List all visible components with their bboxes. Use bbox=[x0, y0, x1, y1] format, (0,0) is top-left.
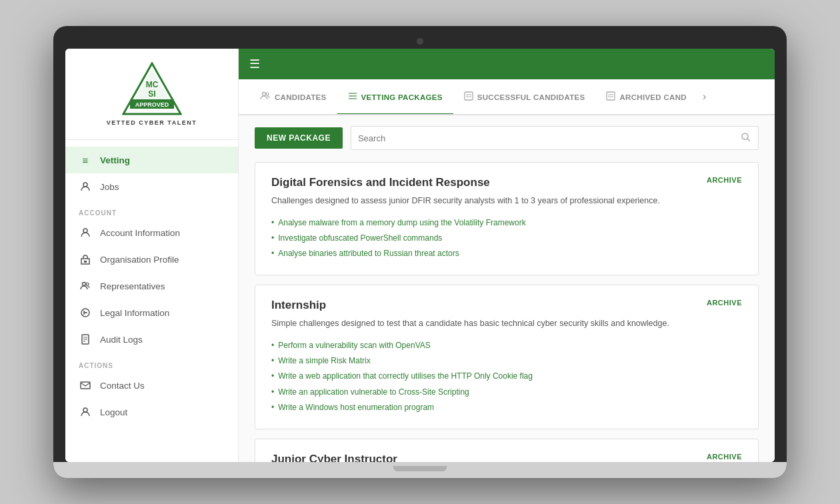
vetting-icon: ≡ bbox=[79, 153, 92, 167]
challenge-link[interactable]: Analyse binaries attributed to Russian t… bbox=[278, 247, 459, 260]
package-card-junior-cyber-instructor: Junior Cyber Instructor ARCHIVE Vetting … bbox=[255, 439, 759, 462]
tab-successful-candidates-label: SUCCESSFUL CANDIDATES bbox=[477, 93, 585, 101]
package-title-internship: Internship bbox=[271, 299, 326, 312]
candidates-tab-icon bbox=[260, 91, 271, 103]
successful-tab-icon bbox=[464, 91, 473, 103]
vetting-tab-icon bbox=[348, 91, 357, 103]
sidebar-item-org-profile-label: Organisation Profile bbox=[100, 255, 179, 265]
tab-candidates[interactable]: CANDIDATES bbox=[249, 81, 337, 115]
archive-link-dfir[interactable]: ARCHIVE bbox=[707, 176, 742, 184]
challenge-item: Investigate obfuscated PowerShell comman… bbox=[271, 231, 742, 246]
sidebar-item-audit-logs[interactable]: Audit Logs bbox=[65, 326, 238, 353]
sidebar-item-org-profile[interactable]: Organisation Profile bbox=[65, 246, 238, 273]
hamburger-icon[interactable]: ☰ bbox=[249, 57, 260, 71]
top-bar: ☰ bbox=[239, 49, 775, 79]
package-desc-internship: Simple challenges designed to test that … bbox=[271, 317, 742, 330]
actions-section-label: Actions bbox=[65, 353, 238, 372]
tab-vetting-packages[interactable]: VETTING PACKAGES bbox=[337, 81, 453, 115]
svg-rect-25 bbox=[465, 92, 473, 100]
search-box bbox=[351, 126, 759, 150]
challenge-item: Write a web application that correctly u… bbox=[271, 369, 742, 384]
archived-tab-icon bbox=[606, 91, 615, 103]
app-container: MC SI APPROVED VETTED CYBER TALENT ≡ Vet… bbox=[65, 49, 775, 462]
sidebar-item-account-info-label: Account Information bbox=[100, 228, 180, 238]
sidebar-item-jobs[interactable]: Jobs bbox=[65, 173, 238, 200]
challenge-link[interactable]: Write a web application that correctly u… bbox=[278, 370, 533, 383]
account-section-label: Account bbox=[65, 200, 238, 219]
package-card-dfir: Digital Forensics and Incident Response … bbox=[255, 162, 759, 275]
challenge-item: Perform a vulnerability scan with OpenVA… bbox=[271, 338, 742, 353]
svg-rect-9 bbox=[84, 261, 87, 263]
svg-point-20 bbox=[263, 93, 266, 96]
account-info-icon bbox=[79, 226, 92, 239]
svg-text:APPROVED: APPROVED bbox=[135, 101, 169, 108]
audit-logs-icon bbox=[79, 333, 92, 346]
svg-point-7 bbox=[83, 229, 87, 233]
action-bar: NEW PACKAGE bbox=[255, 126, 759, 150]
challenge-link[interactable]: Analyse malware from a memory dump using… bbox=[278, 217, 525, 229]
package-challenges-dfir: Analyse malware from a memory dump using… bbox=[271, 215, 742, 262]
laptop-frame: MC SI APPROVED VETTED CYBER TALENT ≡ Vet… bbox=[53, 26, 787, 478]
sidebar-item-jobs-label: Jobs bbox=[100, 182, 119, 192]
tab-vetting-packages-label: VETTING PACKAGES bbox=[361, 93, 443, 101]
sidebar-item-legal-info-label: Legal Information bbox=[100, 308, 169, 318]
sidebar: MC SI APPROVED VETTED CYBER TALENT ≡ Vet… bbox=[65, 49, 239, 462]
logout-icon bbox=[79, 405, 92, 419]
sidebar-item-vetting[interactable]: ≡ Vetting bbox=[65, 147, 238, 173]
sidebar-item-logout-label: Logout bbox=[100, 407, 127, 417]
contact-us-icon bbox=[79, 379, 92, 392]
sidebar-item-account-info[interactable]: Account Information bbox=[65, 219, 238, 246]
tab-archived-cand-label: ARCHIVED CAND bbox=[619, 93, 686, 101]
svg-point-21 bbox=[266, 93, 269, 95]
challenge-link[interactable]: Write a Windows host enumeration program bbox=[278, 401, 434, 414]
sidebar-item-audit-logs-label: Audit Logs bbox=[100, 335, 143, 345]
svg-text:SI: SI bbox=[148, 89, 155, 99]
representatives-icon bbox=[79, 279, 92, 293]
svg-point-11 bbox=[86, 283, 89, 285]
archive-link-internship[interactable]: ARCHIVE bbox=[707, 299, 742, 307]
laptop-bottom bbox=[53, 462, 787, 478]
sidebar-item-contact-us[interactable]: Contact Us bbox=[65, 372, 238, 399]
package-title-jci: Junior Cyber Instructor bbox=[271, 453, 397, 462]
package-title-dfir: Digital Forensics and Incident Response bbox=[271, 176, 490, 189]
sidebar-item-logout[interactable]: Logout bbox=[65, 399, 238, 425]
tabs-bar: CANDIDATES VETTING PACKAGES bbox=[239, 79, 775, 115]
main-content: ☰ CANDIDATES bbox=[239, 49, 775, 462]
sidebar-item-representatives-label: Representatives bbox=[100, 281, 165, 291]
org-profile-icon bbox=[79, 253, 92, 266]
content-area: NEW PACKAGE bbox=[239, 115, 775, 462]
search-input[interactable] bbox=[358, 133, 741, 143]
new-package-button[interactable]: NEW PACKAGE bbox=[255, 127, 343, 149]
svg-point-19 bbox=[83, 408, 87, 412]
sidebar-item-vetting-label: Vetting bbox=[100, 155, 130, 165]
package-header-internship: Internship ARCHIVE bbox=[271, 299, 742, 312]
svg-rect-28 bbox=[607, 92, 615, 100]
challenge-link[interactable]: Investigate obfuscated PowerShell comman… bbox=[278, 232, 442, 245]
challenge-link[interactable]: Perform a vulnerability scan with OpenVA… bbox=[278, 339, 431, 352]
svg-point-6 bbox=[83, 183, 87, 187]
challenge-item: Write a Windows host enumeration program bbox=[271, 400, 742, 415]
package-challenges-internship: Perform a vulnerability scan with OpenVA… bbox=[271, 338, 742, 415]
svg-point-10 bbox=[83, 283, 86, 286]
tabs-more-button[interactable]: › bbox=[697, 79, 711, 114]
sidebar-item-legal-info[interactable]: Legal Information bbox=[65, 299, 238, 326]
sidebar-item-contact-us-label: Contact Us bbox=[100, 381, 145, 391]
tab-successful-candidates[interactable]: SUCCESSFUL CANDIDATES bbox=[453, 81, 596, 115]
jobs-icon bbox=[79, 180, 92, 193]
sidebar-nav: ≡ Vetting Jobs Account bbox=[65, 140, 238, 462]
legal-info-icon bbox=[79, 306, 92, 319]
search-icon bbox=[741, 132, 751, 145]
challenge-link[interactable]: Write a simple Risk Matrix bbox=[278, 355, 370, 367]
laptop-notch bbox=[393, 466, 447, 471]
svg-line-32 bbox=[747, 139, 750, 141]
archive-link-jci[interactable]: ARCHIVE bbox=[707, 453, 742, 461]
challenge-link[interactable]: Write an application vulnerable to Cross… bbox=[278, 386, 469, 399]
mcsi-logo: MC SI APPROVED bbox=[122, 62, 182, 115]
sidebar-item-representatives[interactable]: Representatives bbox=[65, 273, 238, 299]
challenge-item: Analyse malware from a memory dump using… bbox=[271, 215, 742, 231]
sidebar-logo: MC SI APPROVED VETTED CYBER TALENT bbox=[65, 49, 238, 140]
challenge-item: Write a simple Risk Matrix bbox=[271, 353, 742, 369]
svg-point-31 bbox=[742, 133, 748, 139]
tab-archived-cand[interactable]: ARCHIVED CAND bbox=[595, 81, 697, 115]
package-header-dfir: Digital Forensics and Incident Response … bbox=[271, 176, 742, 189]
